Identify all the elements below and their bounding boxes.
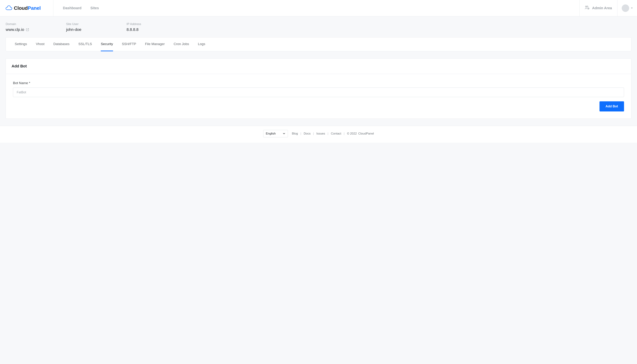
svg-point-0 [585,6,587,7]
ip-block: IP Address 8.8.8.8 [127,22,166,32]
add-bot-button[interactable]: Add Bot [599,101,624,112]
footer-contact[interactable]: Contact [331,132,341,136]
language-label: English [266,132,276,136]
tab-file-manager[interactable]: File Manager [145,38,165,51]
language-select[interactable]: English [263,130,288,137]
logo-text: CloudPanel [14,5,41,11]
bot-name-label: Bot Name * [13,81,624,85]
chevron-down-icon [631,8,633,8]
svg-point-1 [587,6,588,7]
tab-settings[interactable]: Settings [15,38,27,51]
chevron-down-icon [283,132,285,136]
card-title: Add Bot [12,64,625,68]
tab-vhost[interactable]: Vhost [36,38,45,51]
cloud-icon [6,6,12,11]
tab-logs[interactable]: Logs [198,38,205,51]
footer-docs[interactable]: Docs [304,132,311,136]
button-row: Add Bot [13,101,624,112]
header-right: Admin Area [579,0,637,16]
admin-area-label: Admin Area [592,6,612,10]
tabs: Settings Vhost Databases SSL/TLS Securit… [6,38,631,51]
svg-point-2 [588,8,589,9]
admin-icon [585,6,589,10]
add-bot-card: Add Bot Bot Name * Add Bot [6,58,631,119]
domain-label: Domain [6,22,45,26]
nav-sites[interactable]: Sites [90,6,99,10]
tab-ssh-ftp[interactable]: SSH/FTP [122,38,136,51]
nav-dashboard[interactable]: Dashboard [63,6,81,10]
footer-issues[interactable]: Issues [316,132,325,136]
external-link-icon [26,27,29,32]
tab-security[interactable]: Security [101,38,113,51]
user-dropdown[interactable] [617,0,637,16]
ip-value: 8.8.8.8 [127,27,166,32]
card-body: Bot Name * Add Bot [6,74,631,118]
page-body: Domain www.clp.io Site User john-doe IP … [0,16,637,119]
tab-ssl-tls[interactable]: SSL/TLS [78,38,92,51]
header: CloudPanel Dashboard Sites Admin Area [0,0,637,16]
site-user-block: Site User john-doe [66,22,105,32]
tab-databases[interactable]: Databases [53,38,70,51]
site-user-label: Site User [66,22,105,26]
avatar [622,4,629,12]
logo[interactable]: CloudPanel [0,0,53,16]
card-header: Add Bot [6,58,631,74]
footer-blog[interactable]: Blog [292,132,298,136]
ip-label: IP Address [127,22,166,26]
tab-cron-jobs[interactable]: Cron Jobs [174,38,189,51]
tabs-card: Settings Vhost Databases SSL/TLS Securit… [6,37,631,51]
footer: English Blog | Docs | Issues | Contact |… [0,126,637,143]
site-user-value: john-doe [66,27,105,32]
site-info-row: Domain www.clp.io Site User john-doe IP … [6,16,631,37]
domain-value[interactable]: www.clp.io [6,27,45,32]
footer-links: Blog | Docs | Issues | Contact | © 2022 … [292,132,374,136]
domain-block: Domain www.clp.io [6,22,45,32]
admin-area-link[interactable]: Admin Area [579,0,617,16]
bot-name-input[interactable] [13,88,624,97]
footer-copyright: © 2022 CloudPanel [347,132,374,136]
main-nav: Dashboard Sites [53,0,579,16]
